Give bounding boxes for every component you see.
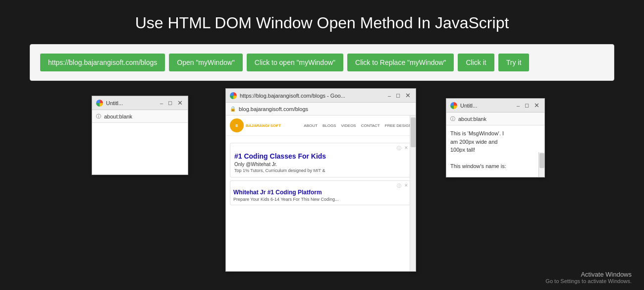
url-button[interactable]: https://blog.bajarangisoft.com/blogs [40, 54, 165, 71]
left-window-addressbar: ⓘ about:blank [92, 110, 188, 123]
close-button-center[interactable]: ✕ [404, 92, 412, 99]
right-window-titlebar: Untitl... – ◻ ✕ [446, 99, 544, 113]
ad-badge-2: ⓘ [397, 183, 401, 189]
left-window-controls: – ◻ ✕ [159, 99, 184, 107]
nav-contact: CONTACT [361, 123, 380, 128]
center-window-controls: – ◻ ✕ [387, 92, 412, 99]
chrome-icon-right [450, 102, 457, 109]
right-window-address: about:blank [458, 116, 486, 122]
left-window-address: about:blank [104, 114, 132, 119]
browser-content: ⓘ ✕ #1 Coding Classes For Kids Only @Whi… [226, 139, 416, 209]
nav-about: ABOUT [304, 123, 318, 128]
restore-button-left[interactable]: ◻ [167, 100, 173, 106]
center-window-titlebar: https://blog.bajarangisoft.com/blogs - G… [226, 89, 416, 103]
msg-line2: am 200px wide and [450, 139, 497, 145]
center-popup-window: https://blog.bajarangisoft.com/blogs - G… [225, 88, 416, 272]
nav-blogs: BLOGS [322, 123, 336, 128]
right-popup-window: Untitl... – ◻ ✕ ⓘ about:blank This is 'M… [446, 98, 545, 177]
site-nav: B BAJARANGI SOFT ABOUT BLOGS VIDEOS CONT… [226, 116, 416, 136]
replace-mywindow-button[interactable]: Click to Replace "myWindow" [347, 54, 454, 71]
close-button-right[interactable]: ✕ [533, 102, 540, 109]
activate-windows-notice: Activate Windows Go to Settings to activ… [545, 271, 632, 284]
activate-windows-title: Activate Windows [545, 271, 632, 278]
right-scrollbar[interactable] [538, 152, 544, 177]
right-window-content: This is 'MsgWindow'. I am 200px wide and… [446, 125, 544, 177]
open-mywindow-button[interactable]: Open "myWindow" [169, 54, 243, 71]
center-scrollbar[interactable] [410, 116, 416, 271]
restore-button-right[interactable]: ◻ [524, 102, 530, 109]
msg-line1: This is 'MsgWindow'. I [450, 130, 504, 136]
ad-title-2: Whitehat Jr #1 Coding Platform [233, 189, 408, 196]
minimize-button-left[interactable]: – [159, 100, 164, 106]
msg-line3: 100px tall! [450, 147, 475, 153]
restore-button-center[interactable]: ◻ [395, 92, 401, 99]
right-window-title: Untitl... [460, 103, 513, 109]
ad-subtitle-1: Only @Whitehat Jr. [234, 162, 407, 167]
page-title: Use HTML DOM Window Open Method In JavaS… [0, 0, 644, 44]
left-window-title: Untitl... [106, 100, 156, 106]
close-button-left[interactable]: ✕ [176, 99, 184, 107]
nav-free-design: FREE DESIGN [385, 123, 412, 128]
center-window-addressbar: 🔒 blog.bajarangisoft.com/blogs [226, 103, 416, 116]
msg-content: This is 'MsgWindow'. I am 200px wide and… [446, 125, 544, 174]
toolbar: https://blog.bajarangisoft.com/blogs Ope… [30, 44, 614, 81]
site-name: BAJARANGI SOFT [246, 123, 281, 128]
lock-icon-center: 🔒 [230, 106, 236, 112]
minimize-button-right[interactable]: – [516, 103, 521, 109]
center-window-title: https://blog.bajarangisoft.com/blogs - G… [240, 93, 384, 99]
ad-title-1: #1 Coding Classes For Kids [234, 152, 407, 160]
left-popup-window: Untitl... – ◻ ✕ ⓘ about:blank [92, 96, 188, 175]
ad-close-1[interactable]: ✕ [404, 145, 408, 150]
msg-line5: This window's name is: [450, 163, 506, 169]
ad-desc-2: Prepare Your Kids 6-14 Years For This Ne… [233, 197, 408, 202]
minimize-button-center[interactable]: – [387, 93, 392, 99]
click-open-mywindow-button[interactable]: Click to open "myWindow" [247, 54, 343, 71]
chrome-icon-center [230, 92, 237, 99]
center-window-address: blog.bajarangisoft.com/blogs [239, 106, 308, 112]
click-it-button[interactable]: Click it [458, 54, 494, 71]
logo-icon: B [230, 118, 244, 132]
ad-close-2[interactable]: ✕ [404, 183, 408, 188]
right-window-addressbar: ⓘ about:blank [446, 113, 544, 125]
windows-area: Untitl... – ◻ ✕ ⓘ about:blank https://bl… [0, 86, 644, 264]
chrome-icon-left [96, 100, 103, 107]
center-scrollbar-thumb [411, 117, 416, 147]
info-icon-right: ⓘ [450, 116, 455, 122]
ad-area-1: ⓘ ✕ #1 Coding Classes For Kids Only @Whi… [230, 143, 412, 177]
left-window-titlebar: Untitl... – ◻ ✕ [92, 96, 188, 110]
nav-videos: VIDEOS [341, 123, 356, 128]
right-window-controls: – ◻ ✕ [516, 102, 540, 109]
center-window-content: B BAJARANGI SOFT ABOUT BLOGS VIDEOS CONT… [226, 116, 416, 271]
try-it-button[interactable]: Try it [498, 54, 530, 71]
ad-desc-1: Top 1% Tutors, Curriculum designed by MI… [234, 168, 407, 173]
info-icon-left: ⓘ [96, 113, 101, 120]
activate-windows-description: Go to Settings to activate Windows. [545, 278, 632, 284]
ad-badge-1: ⓘ [397, 145, 401, 152]
ad-area-2: ⓘ ✕ Whitehat Jr #1 Coding Platform Prepa… [230, 180, 412, 205]
site-logo: B BAJARANGI SOFT [230, 118, 281, 132]
right-scrollbar-thumb [539, 153, 544, 168]
nav-links: ABOUT BLOGS VIDEOS CONTACT FREE DESIGN [304, 123, 412, 128]
left-window-content [92, 123, 188, 174]
